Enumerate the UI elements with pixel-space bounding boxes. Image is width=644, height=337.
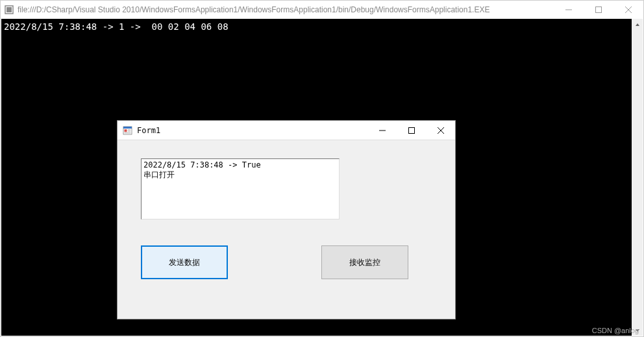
form1-title: Form1	[137, 126, 367, 135]
scrollbar-up-icon[interactable]	[632, 19, 643, 30]
svg-marker-6	[636, 23, 639, 26]
svg-rect-1	[6, 7, 12, 12]
watermark: CSDN @anlog	[592, 327, 639, 334]
form1-window-controls	[367, 121, 455, 140]
app-icon	[5, 5, 14, 14]
form-close-button[interactable]	[426, 121, 455, 140]
log-textbox[interactable]: 2022/8/15 7:38:48 -> True 串口打开	[141, 158, 340, 219]
svg-rect-9	[123, 127, 132, 129]
console-titlebar: file:///D:/CSharp/Visual Studio 2010/Win…	[1, 1, 643, 19]
console-scrollbar[interactable]	[632, 19, 643, 336]
form1-titlebar[interactable]: Form1	[118, 121, 455, 140]
console-output: 2022/8/15 7:38:48 -> 1 -> 00 02 04 06 08	[1, 19, 643, 336]
svg-rect-3	[596, 7, 602, 13]
send-data-button[interactable]: 发送数据	[141, 245, 228, 279]
minimize-button[interactable]	[554, 1, 584, 19]
form-icon	[123, 125, 133, 136]
maximize-button[interactable]	[584, 1, 613, 19]
form1-body: 2022/8/15 7:38:48 -> True 串口打开 发送数据 接收监控	[118, 140, 455, 319]
console-title: file:///D:/CSharp/Visual Studio 2010/Win…	[18, 5, 554, 14]
form-maximize-button[interactable]	[397, 121, 426, 140]
receive-monitor-button[interactable]: 接收监控	[321, 245, 408, 279]
close-button[interactable]	[613, 1, 643, 19]
svg-rect-11	[128, 129, 131, 130]
receive-monitor-label: 接收监控	[349, 257, 380, 268]
console-window-controls	[554, 1, 643, 19]
form-minimize-button[interactable]	[367, 121, 397, 140]
form1-window: Form1 2022/8/15 7:38:48 -> True 串口打开	[117, 120, 456, 319]
send-data-label: 发送数据	[169, 257, 200, 268]
svg-rect-12	[128, 131, 131, 131]
svg-rect-13	[125, 132, 131, 133]
console-line: 2022/8/15 7:38:48 -> 1 -> 00 02 04 06 08	[4, 21, 640, 32]
svg-rect-15	[408, 128, 414, 134]
svg-rect-10	[125, 129, 127, 132]
console-window: file:///D:/CSharp/Visual Studio 2010/Win…	[0, 0, 644, 337]
